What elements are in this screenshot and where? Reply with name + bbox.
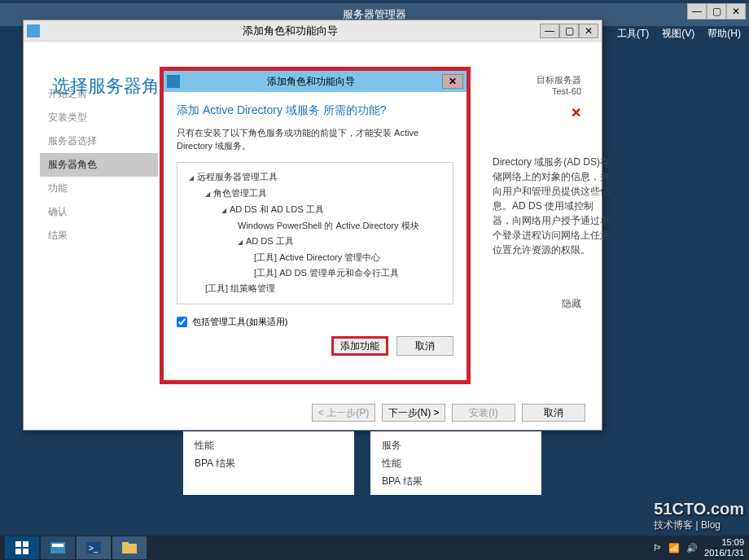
wizard-minimize-button[interactable]: — — [540, 24, 559, 38]
taskbar: >_ 🏳 📶 🔊 15:09 2016/1/31 — [0, 536, 749, 560]
tile-left: 性能 BPA 结果 — [183, 431, 354, 495]
inner-close-button[interactable]: ✕ — [442, 74, 463, 89]
role-description: Directory 域服务(AD DS)存储网络上的对象的信息，并向用户和管理员… — [493, 155, 611, 257]
wizard-icon — [27, 24, 40, 37]
inner-title-text: 添加角色和功能向导 — [180, 75, 442, 89]
inner-dialog-buttons: 添加功能 取消 — [177, 336, 453, 356]
start-button[interactable] — [5, 536, 39, 559]
step-install-type[interactable]: 安装类型 — [40, 106, 158, 129]
system-tray: 🏳 📶 🔊 15:09 2016/1/31 — [653, 537, 744, 558]
inner-cancel-button[interactable]: 取消 — [396, 336, 453, 356]
tile-bpa2[interactable]: BPA 结果 — [382, 472, 530, 490]
inner-titlebar: 添加角色和功能向导 ✕ — [164, 71, 466, 92]
features-tree: 远程服务器管理工具 角色管理工具 AD DS 和 AD LDS 工具 Windo… — [177, 162, 453, 304]
include-tools-checkbox-row[interactable]: 包括管理工具(如果适用) — [177, 316, 453, 328]
next-button[interactable]: 下一步(N) > — [382, 404, 445, 422]
tile-perf2[interactable]: 性能 — [382, 454, 530, 472]
tree-node-powershell-ad: Windows PowerShell 的 Active Directory 模块 — [182, 218, 448, 234]
tray-clock[interactable]: 15:09 2016/1/31 — [704, 537, 744, 558]
include-tools-checkbox[interactable] — [177, 317, 187, 327]
svg-rect-5 — [52, 544, 64, 547]
step-result[interactable]: 结果 — [40, 224, 158, 247]
wizard-window-controls: — ▢ ✕ — [540, 24, 598, 38]
wizard-close-button[interactable]: ✕ — [579, 24, 598, 38]
tree-node-adds-tools[interactable]: AD DS 工具 — [182, 234, 448, 250]
remove-role-icon[interactable]: ✕ — [571, 105, 581, 120]
menu-view[interactable]: 视图(V) — [662, 26, 694, 41]
server-manager-icon — [50, 542, 65, 553]
inner-title-icon — [167, 75, 180, 88]
step-features[interactable]: 功能 — [40, 177, 158, 200]
taskbar-powershell[interactable]: >_ — [77, 536, 111, 559]
tile-right: 服务 性能 BPA 结果 — [370, 431, 541, 495]
menu-tools[interactable]: 工具(T) — [617, 26, 649, 41]
tile-services[interactable]: 服务 — [382, 436, 530, 454]
cancel-button[interactable]: 取消 — [522, 404, 585, 422]
hide-link[interactable]: 隐藏 — [562, 297, 581, 311]
previous-button[interactable]: < 上一步(P) — [312, 404, 375, 422]
svg-rect-9 — [122, 542, 129, 545]
wizard-titlebar: 添加角色和功能向导 — ▢ ✕ — [24, 20, 602, 42]
inner-heading: 添加 Active Directory 域服务 所需的功能? — [177, 103, 453, 118]
step-confirm[interactable]: 确认 — [40, 200, 158, 224]
tree-node-group-policy: [工具] 组策略管理 — [182, 281, 448, 296]
powershell-icon: >_ — [86, 542, 101, 553]
tree-node-adds-snapin: [工具] AD DS 管理单元和命令行工具 — [182, 265, 448, 281]
svg-rect-3 — [23, 549, 28, 554]
dashboard-tiles: 性能 BPA 结果 服务 性能 BPA 结果 — [183, 431, 541, 495]
target-server: 目标服务器 Test-60 — [537, 74, 581, 96]
inner-description: 只有在安装了以下角色服务或功能的前提下，才能安装 Active Director… — [177, 126, 453, 152]
tree-node-ad-admin-center: [工具] Active Directory 管理中心 — [182, 250, 448, 265]
minimize-button[interactable]: — — [687, 3, 707, 20]
watermark: 51CTO.com 技术博客 | Blog — [654, 500, 744, 532]
wizard-heading: 选择服务器角色 — [52, 74, 177, 98]
svg-text:>_: >_ — [89, 544, 99, 553]
folder-icon — [122, 542, 137, 553]
wizard-title-text: 添加角色和功能向导 — [40, 24, 540, 38]
tray-flag-icon[interactable]: 🏳 — [653, 543, 662, 553]
step-server-select[interactable]: 服务器选择 — [40, 129, 158, 153]
taskbar-explorer[interactable] — [112, 536, 147, 559]
tree-node-remote-tools[interactable]: 远程服务器管理工具 — [182, 169, 448, 186]
main-menu: 工具(T) 视图(V) 帮助(H) — [617, 26, 741, 41]
svg-rect-0 — [15, 541, 21, 547]
menu-help[interactable]: 帮助(H) — [707, 26, 741, 41]
tile-perf[interactable]: 性能 — [195, 436, 343, 454]
add-features-button[interactable]: 添加功能 — [331, 336, 388, 356]
tile-bpa[interactable]: BPA 结果 — [195, 454, 343, 472]
tree-node-role-tools[interactable]: 角色管理工具 — [182, 186, 448, 202]
tray-sound-icon[interactable]: 🔊 — [686, 543, 698, 553]
svg-rect-1 — [23, 541, 28, 547]
tree-node-adds-adlds[interactable]: AD DS 和 AD LDS 工具 — [182, 202, 448, 218]
maximize-button[interactable]: ▢ — [707, 3, 726, 20]
svg-rect-2 — [15, 549, 21, 554]
wizard-maximize-button[interactable]: ▢ — [559, 24, 579, 38]
outer-window-controls: — ▢ ✕ — [687, 3, 746, 20]
close-button[interactable]: ✕ — [726, 3, 746, 20]
step-server-roles[interactable]: 服务器角色 — [40, 153, 158, 177]
add-features-dialog: 添加角色和功能向导 ✕ 添加 Active Directory 域服务 所需的功… — [160, 67, 471, 384]
windows-icon — [15, 541, 28, 554]
wizard-nav-buttons: < 上一步(P) 下一步(N) > 安装(I) 取消 — [312, 404, 585, 422]
taskbar-server-manager[interactable] — [41, 536, 75, 559]
tray-network-icon[interactable]: 📶 — [668, 543, 680, 553]
include-tools-label: 包括管理工具(如果适用) — [192, 316, 287, 328]
install-button[interactable]: 安装(I) — [452, 404, 515, 422]
